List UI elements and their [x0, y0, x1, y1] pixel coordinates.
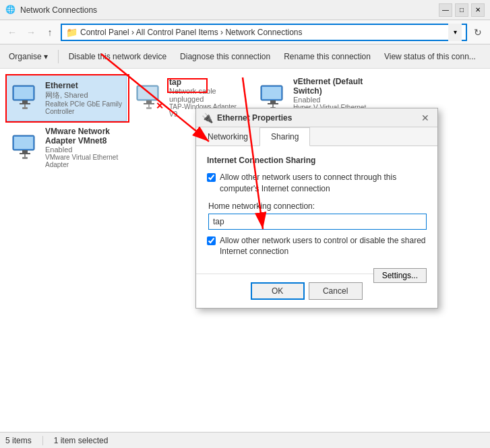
adapter-vmware-text: VMware Network Adapter VMnet8 Enabled VM…: [45, 127, 122, 168]
dialog-footer: OK Cancel: [196, 274, 373, 308]
up-button[interactable]: ↑: [42, 24, 58, 40]
dialog-close-button[interactable]: ✕: [419, 111, 432, 125]
items-count: 5 items: [5, 436, 32, 445]
field-group: Home networking connection: tap: [208, 201, 427, 230]
adapter-ethernet[interactable]: Ethernet 网络, Shared Realtek PCIe GbE Fam…: [5, 74, 127, 121]
cancel-button[interactable]: Cancel: [309, 282, 363, 300]
adapter-tap-name: tap: [169, 77, 246, 87]
address-box[interactable]: 📁 Control Panel › All Control Panel Item…: [61, 24, 467, 41]
svg-rect-13: [262, 87, 281, 99]
view-status-button[interactable]: View status of this conn...: [378, 47, 482, 66]
svg-rect-23: [22, 157, 28, 159]
title-bar: 🌐 Network Connections — □ ✕: [0, 0, 490, 20]
adapter-ethernet-driver: Realtek PCIe GbE Family Controller: [45, 100, 122, 115]
checkbox1[interactable]: [207, 173, 216, 182]
svg-rect-8: [146, 100, 152, 103]
dialog-titlebar: 🔌 Ethernet Properties ✕: [196, 108, 437, 127]
svg-rect-14: [270, 100, 276, 103]
address-path: Control Panel › All Control Panel Items …: [80, 28, 302, 37]
organise-button[interactable]: Organise ▾: [3, 47, 54, 66]
status-bar: 5 items 1 item selected: [0, 432, 490, 448]
svg-rect-2: [22, 100, 28, 103]
checkbox2-row: Allow other network users to control or …: [207, 235, 427, 258]
adapter-vmware[interactable]: VMware Network Adapter VMnet8 Enabled VM…: [5, 124, 127, 171]
svg-rect-5: [22, 107, 28, 109]
refresh-button[interactable]: ↻: [470, 24, 486, 40]
adapter-tap-status1: Network cable unplugged: [169, 87, 246, 103]
dialog-content: Internet Connection Sharing Allow other …: [196, 146, 437, 274]
section-title: Internet Connection Sharing: [207, 156, 427, 165]
svg-rect-19: [14, 137, 33, 149]
window-title: Network Connections: [20, 5, 97, 15]
checkbox1-row: Allow other network users to connect thr…: [207, 172, 427, 195]
selected-count: 1 item selected: [54, 436, 109, 445]
address-dropdown-button[interactable]: ▾: [448, 24, 462, 41]
address-bar: ← → ↑ 📁 Control Panel › All Control Pane…: [0, 20, 490, 44]
maximize-button[interactable]: □: [455, 3, 468, 17]
ok-button[interactable]: OK: [251, 282, 305, 300]
checkbox2[interactable]: [207, 236, 216, 245]
adapter-ethernet-status1: 网络, Shared: [45, 90, 122, 100]
window-controls: — □ ✕: [439, 3, 485, 17]
folder-icon: 📁: [66, 27, 78, 38]
dialog-title-icon: 🔌: [202, 113, 213, 123]
close-button[interactable]: ✕: [471, 3, 485, 17]
window-icon: 🌐: [5, 5, 16, 15]
adapter-vmware-driver: VMware Virtual Ethernet Adapter: [45, 154, 122, 168]
home-network-input[interactable]: tap: [208, 214, 427, 230]
back-button[interactable]: ←: [4, 24, 20, 40]
dialog-title: Ethernet Properties: [217, 113, 292, 123]
status-separator: [42, 436, 43, 445]
svg-rect-7: [138, 87, 157, 99]
svg-rect-1: [14, 87, 33, 99]
ethernet-properties-dialog: 🔌 Ethernet Properties ✕ Networking Shari…: [195, 108, 438, 309]
svg-rect-20: [22, 150, 28, 153]
settings-button[interactable]: Settings...: [373, 268, 427, 283]
adapter-ethernet-name: Ethernet: [45, 81, 122, 90]
adapter-vethernet-name: vEthernet (Default Switch): [293, 77, 370, 96]
adapter-vmware-name: VMware Network Adapter VMnet8: [45, 127, 122, 146]
svg-rect-11: [146, 107, 152, 109]
tab-sharing[interactable]: Sharing: [259, 127, 310, 146]
svg-rect-15: [268, 103, 278, 104]
disconnected-icon: ✕: [154, 100, 165, 111]
adapter-ethernet-icon: [10, 83, 40, 113]
adapter-vethernet-status: Enabled: [293, 96, 370, 104]
adapter-tap-icon: ✕: [134, 83, 164, 113]
toolbar-separator: [58, 50, 59, 63]
minimize-button[interactable]: —: [439, 3, 452, 17]
adapter-ethernet-text: Ethernet 网络, Shared Realtek PCIe GbE Fam…: [45, 81, 122, 115]
svg-rect-21: [20, 153, 30, 154]
forward-button[interactable]: →: [23, 24, 39, 40]
rename-button[interactable]: Rename this connection: [278, 47, 377, 66]
dialog-tabs: Networking Sharing: [196, 127, 437, 146]
adapter-vmware-status: Enabled: [45, 146, 122, 154]
diagnose-button[interactable]: Diagnose this connection: [174, 47, 276, 66]
toolbar: Organise ▾ Disable this network device D…: [0, 44, 490, 69]
checkbox2-label: Allow other network users to control or …: [220, 235, 427, 258]
tab-networking[interactable]: Networking: [196, 127, 259, 146]
field-label: Home networking connection:: [208, 201, 427, 211]
svg-rect-3: [20, 103, 30, 104]
checkbox1-label: Allow other network users to connect thr…: [220, 172, 427, 195]
svg-rect-9: [144, 103, 154, 104]
disable-network-button[interactable]: Disable this network device: [63, 47, 173, 66]
adapter-vmware-icon: [10, 133, 40, 162]
